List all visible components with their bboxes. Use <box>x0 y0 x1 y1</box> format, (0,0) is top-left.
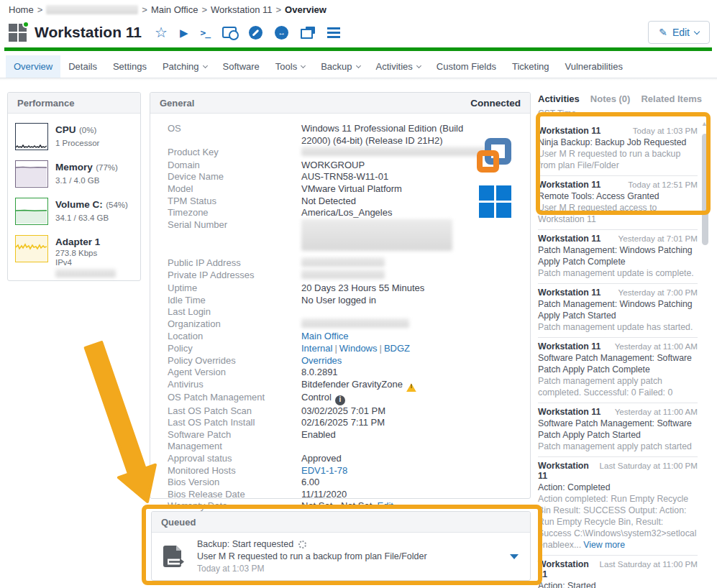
breadcrumb-separator: > <box>37 4 43 15</box>
remote-screen-icon[interactable] <box>222 27 237 38</box>
redacted-ip-address <box>55 269 116 277</box>
general-row: ModelVMware Virtual Platform <box>168 183 530 196</box>
tab-custom-fields[interactable]: Custom Fields <box>429 55 504 78</box>
general-row: Private IP Addresses <box>168 270 530 282</box>
tab-software[interactable]: Software <box>215 55 268 78</box>
tab-related-items[interactable]: Related Items <box>641 93 702 104</box>
edit-button[interactable]: ✎ Edit <box>648 21 710 44</box>
general-row: TPM StatusNot Detected <box>168 196 530 208</box>
activity-entry[interactable]: Workstation 11Yesterday at 7:00 PM Patch… <box>538 283 698 337</box>
perf-item-adapter[interactable]: Adapter 1 273.8 Kbps IPv4 <box>15 235 133 277</box>
general-panel-header: General Connected <box>150 93 530 114</box>
general-row: Bios Release Date11/11/2020 <box>168 489 530 501</box>
device-tabs: Overview Details Settings Patching Softw… <box>6 55 631 78</box>
policy-overrides-link[interactable]: Overrides <box>301 355 342 366</box>
queued-panel: Queued Backup: Start requested User M R … <box>151 511 531 581</box>
queued-job-row[interactable]: Backup: Start requested User M R request… <box>152 533 530 580</box>
location-link[interactable]: Main Office <box>301 331 349 341</box>
general-row: TimezoneAmerica/Los_Angeles <box>168 207 530 219</box>
tab-tools[interactable]: Tools <box>268 55 313 78</box>
queued-job-title: Backup: Start requested <box>197 539 293 549</box>
tabs-divider <box>0 78 717 81</box>
general-row: Product Key <box>168 147 530 160</box>
tab-details[interactable]: Details <box>60 55 105 78</box>
tab-backup[interactable]: Backup <box>313 55 367 78</box>
activity-entry[interactable]: Workstation 11Yesterday at 7:01 PM Patch… <box>538 229 698 283</box>
tools-icon[interactable] <box>249 26 262 40</box>
info-icon[interactable]: i <box>335 395 345 405</box>
general-row: Monitored HostsEDV1-1-78 <box>168 465 530 477</box>
policy-link[interactable]: Internal <box>301 343 332 354</box>
file-transfer-icon[interactable]: ↔ <box>275 26 288 40</box>
tab-ticketing[interactable]: Ticketing <box>504 55 557 78</box>
tab-settings[interactable]: Settings <box>105 55 155 78</box>
task-list-icon[interactable] <box>327 27 340 38</box>
multi-monitor-icon[interactable] <box>301 27 315 39</box>
general-row: Policy OverridesOverrides <box>168 355 530 367</box>
breadcrumb-device[interactable]: Workstation 11 <box>211 4 273 15</box>
general-row: OSWindows 11 Professional Edition (Build… <box>168 123 530 147</box>
general-row: AntivirusBitdefender GravityZone! <box>168 379 530 392</box>
chevron-down-icon <box>356 63 361 68</box>
device-titlebar: Workstation 11 ☆ ▶ >_ ↔ ✎ Edit <box>9 19 710 45</box>
backup-document-icon <box>162 543 186 569</box>
perf-item-volume-c[interactable]: Volume C: (54%) 34.1 / 63.4 GB <box>15 198 133 225</box>
redacted-breadcrumb <box>46 5 138 14</box>
activity-entry[interactable]: Workstation 11Today at 1:03 PM Ninja Bac… <box>538 122 698 175</box>
activity-entry[interactable]: Workstation 11Yesterday at 11:00 AM Soft… <box>538 337 698 403</box>
online-status-dot <box>22 21 29 28</box>
general-row: PolicyInternal|Windows|BDGZ <box>168 343 530 355</box>
scrollbar-thumb[interactable] <box>702 134 708 245</box>
perf-item-cpu[interactable]: CPU (0%) 1 Processor <box>15 123 133 150</box>
performance-panel: Performance CPU (0%) 1 Processor Memory … <box>7 92 141 281</box>
cpu-sparkline-chart <box>15 123 48 150</box>
policy-link[interactable]: BDGZ <box>384 343 410 354</box>
memory-sparkline-chart <box>15 160 48 188</box>
antivirus-warning-icon[interactable]: ! <box>406 383 416 392</box>
tab-activities[interactable]: Activities <box>368 55 429 78</box>
tab-notes[interactable]: Notes (0) <box>590 93 631 104</box>
chevron-down-icon <box>694 28 700 34</box>
tab-vulnerabilities[interactable]: Vulnerabilities <box>557 55 630 78</box>
general-row: Uptime20 Days 23 Hours 55 Minutes <box>168 282 530 295</box>
warranty-edit-link[interactable]: Edit <box>378 500 393 511</box>
edit-pencil-icon: ✎ <box>659 27 667 38</box>
view-more-link[interactable]: View more <box>583 540 625 550</box>
expand-caret-icon[interactable] <box>510 554 519 559</box>
tab-activities-side[interactable]: Activities <box>538 93 580 104</box>
adapter-sparkline-chart <box>15 235 48 262</box>
favorite-star-icon[interactable]: ☆ <box>155 25 168 40</box>
run-play-icon[interactable]: ▶ <box>180 27 188 38</box>
breadcrumb-separator: > <box>201 4 207 15</box>
activity-entry[interactable]: Workstation 11Last Saturday at 11:00 PM … <box>538 456 698 555</box>
policy-link[interactable]: Windows <box>339 343 378 354</box>
general-row: LocationMain Office <box>168 331 530 343</box>
monitored-hosts-link[interactable]: EDV1-1-78 <box>301 465 347 476</box>
online-status-bar <box>4 47 712 51</box>
device-action-icons: ☆ ▶ >_ ↔ <box>155 25 340 40</box>
general-row: Serial Number <box>168 219 530 257</box>
tab-patching[interactable]: Patching <box>155 55 215 78</box>
breadcrumb-home[interactable]: Home <box>9 4 34 15</box>
breadcrumb-separator: > <box>276 4 282 15</box>
chevron-down-icon <box>202 63 207 68</box>
general-row: Bios Version6.00 <box>168 477 530 489</box>
general-panel: General Connected OSWindows 11 Professio… <box>150 92 531 499</box>
general-row: Software Patch ManagementEnabled <box>168 429 530 453</box>
breadcrumb-org[interactable]: Main Office <box>151 4 198 15</box>
general-row: OS Patch ManagementControli <box>168 392 530 405</box>
general-row: Last OS Patch Scan03/02/2025 7:01 PM <box>168 405 530 418</box>
chevron-down-icon <box>416 63 421 68</box>
redacted-private-ip <box>301 270 385 279</box>
scrollbar-up-arrow[interactable]: ▲ <box>701 120 708 127</box>
breadcrumb-separator: > <box>142 4 147 15</box>
activity-entry[interactable]: Workstation 11Today at 12:51 PM Remote T… <box>538 175 698 229</box>
activity-entry[interactable]: Workstation 11Yesterday at 11:00 AM Soft… <box>538 403 698 456</box>
terminal-icon[interactable]: >_ <box>200 27 210 38</box>
tab-overview[interactable]: Overview <box>6 55 60 78</box>
queued-panel-header: Queued <box>152 512 530 533</box>
page-title: Workstation 11 <box>35 24 142 41</box>
general-row: DomainWORKGROUP <box>168 160 530 172</box>
activity-entry[interactable]: Workstation 11Last Saturday at 11:00 PM … <box>538 555 698 588</box>
perf-item-memory[interactable]: Memory (77%) 3.1 / 4.0 GB <box>15 160 133 188</box>
